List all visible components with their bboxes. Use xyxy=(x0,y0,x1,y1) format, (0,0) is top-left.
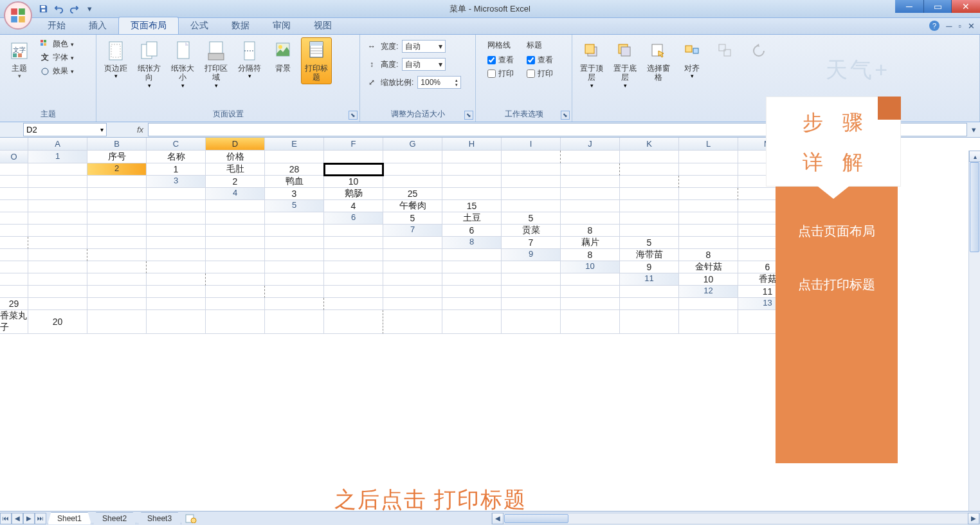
cell[interactable]: 8 xyxy=(561,225,620,237)
maximize-button[interactable]: ▭ xyxy=(923,0,952,13)
cell[interactable]: 2 xyxy=(206,176,265,188)
cell[interactable] xyxy=(87,310,147,334)
cell[interactable] xyxy=(87,273,147,286)
cell[interactable] xyxy=(87,212,147,225)
cell[interactable] xyxy=(147,225,206,237)
scale-width-dropdown[interactable]: 自动▾ xyxy=(402,40,446,53)
sheet-tab-3[interactable]: Sheet3 xyxy=(138,512,181,524)
row-header[interactable]: 10 xyxy=(561,261,620,273)
column-header[interactable]: D xyxy=(206,138,265,151)
cell[interactable] xyxy=(0,212,28,225)
cell[interactable] xyxy=(265,298,324,310)
cell[interactable] xyxy=(679,298,738,310)
cell[interactable]: 午餐肉 xyxy=(383,200,442,212)
cell[interactable] xyxy=(442,286,502,298)
cell[interactable] xyxy=(383,261,442,273)
cell[interactable] xyxy=(620,286,679,298)
background-button[interactable]: 背景 xyxy=(268,37,298,75)
scale-height-dropdown[interactable]: 自动▾ xyxy=(402,58,446,71)
tab-home[interactable]: 开始 xyxy=(36,17,77,34)
paper-size-button[interactable]: 纸张大小▾ xyxy=(167,37,198,91)
cell[interactable] xyxy=(324,249,383,261)
cell[interactable]: 香菜丸子 xyxy=(0,310,28,334)
cell[interactable] xyxy=(265,286,324,298)
cell[interactable] xyxy=(383,249,442,261)
send-to-back-button[interactable]: 置于底层▾ xyxy=(610,37,640,91)
row-header[interactable]: 12 xyxy=(679,286,738,298)
cell[interactable] xyxy=(265,261,324,273)
column-header[interactable]: F xyxy=(324,138,383,151)
scroll-up-icon[interactable]: ▴ xyxy=(969,151,980,162)
cell[interactable] xyxy=(147,310,206,334)
cell[interactable]: 28 xyxy=(265,163,324,176)
cell[interactable] xyxy=(28,225,87,237)
office-button[interactable] xyxy=(4,1,32,30)
headings-view-checkbox[interactable]: 查看 xyxy=(527,55,553,66)
cell[interactable] xyxy=(87,286,147,298)
cell[interactable] xyxy=(383,286,442,298)
cell[interactable] xyxy=(0,176,28,188)
page-setup-launcher[interactable]: ⬊ xyxy=(349,111,358,120)
cell[interactable] xyxy=(620,225,679,237)
cell[interactable] xyxy=(442,176,502,188)
column-header[interactable]: A xyxy=(28,138,87,151)
cell[interactable]: 贡菜 xyxy=(502,225,561,237)
headings-print-checkbox[interactable]: 打印 xyxy=(527,68,553,79)
cell[interactable] xyxy=(502,273,561,286)
select-all-corner[interactable] xyxy=(0,138,28,151)
column-header[interactable]: G xyxy=(383,138,442,151)
cell[interactable] xyxy=(206,237,265,249)
column-header[interactable]: L xyxy=(679,138,738,151)
row-header[interactable]: 11 xyxy=(620,273,679,286)
cell[interactable] xyxy=(206,273,265,286)
cell[interactable] xyxy=(561,310,620,334)
column-header[interactable]: C xyxy=(147,138,206,151)
cell[interactable] xyxy=(502,151,561,163)
print-area-button[interactable]: 打印区域▾ xyxy=(201,37,231,91)
cell[interactable] xyxy=(87,249,147,261)
row-header[interactable]: 7 xyxy=(383,225,442,237)
tab-insert[interactable]: 插入 xyxy=(77,17,118,34)
tab-page-layout[interactable]: 页面布局 xyxy=(118,17,179,34)
cell[interactable] xyxy=(620,200,679,212)
cell[interactable] xyxy=(561,200,620,212)
cell[interactable] xyxy=(324,163,383,176)
cell[interactable] xyxy=(265,225,324,237)
cell[interactable] xyxy=(28,286,87,298)
group-button[interactable] xyxy=(710,37,741,66)
cell[interactable] xyxy=(679,163,738,176)
cell[interactable] xyxy=(28,249,87,261)
cell[interactable] xyxy=(679,237,738,249)
cell[interactable] xyxy=(502,200,561,212)
cell[interactable] xyxy=(561,151,620,163)
cell[interactable] xyxy=(383,273,442,286)
cell[interactable] xyxy=(0,188,28,200)
cell[interactable]: 5 xyxy=(620,237,679,249)
cell[interactable]: 海带苗 xyxy=(620,249,679,261)
cell[interactable]: 鸭血 xyxy=(265,176,324,188)
cell[interactable] xyxy=(87,261,147,273)
cell[interactable]: 金针菇 xyxy=(679,261,738,273)
cell[interactable] xyxy=(28,273,87,286)
row-header[interactable]: 4 xyxy=(206,188,265,200)
column-header[interactable]: J xyxy=(561,138,620,151)
cell[interactable] xyxy=(206,310,265,334)
cell[interactable] xyxy=(147,286,206,298)
cell[interactable]: 序号 xyxy=(87,151,147,163)
cell[interactable] xyxy=(87,237,147,249)
cell[interactable] xyxy=(0,261,28,273)
cell[interactable] xyxy=(147,249,206,261)
cell[interactable] xyxy=(442,273,502,286)
cell[interactable]: 29 xyxy=(0,298,28,310)
cell[interactable] xyxy=(206,249,265,261)
cell[interactable] xyxy=(0,273,28,286)
hscroll-thumb[interactable] xyxy=(504,514,568,523)
cell[interactable]: 10 xyxy=(324,176,383,188)
cell[interactable] xyxy=(28,237,87,249)
cell[interactable] xyxy=(28,188,87,200)
cell[interactable] xyxy=(679,151,738,163)
cell[interactable] xyxy=(28,163,87,176)
cell[interactable]: 土豆 xyxy=(442,212,502,225)
cell[interactable] xyxy=(502,188,561,200)
cell[interactable] xyxy=(502,298,561,310)
